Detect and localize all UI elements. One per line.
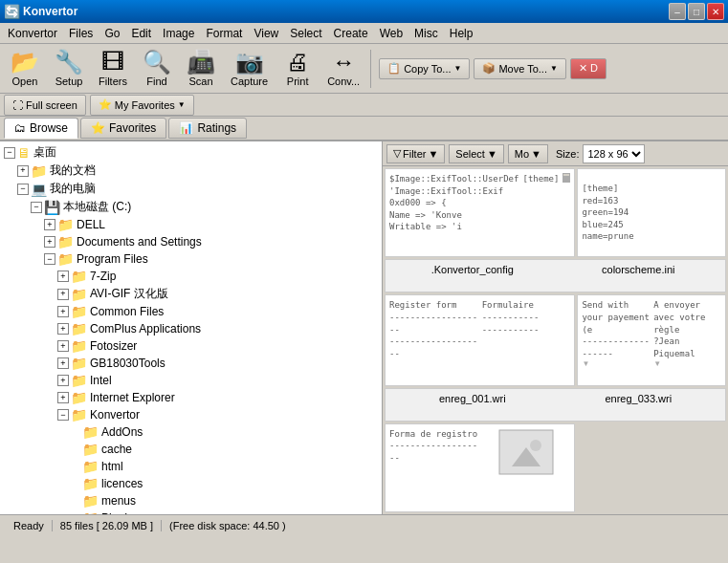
folder-icon: 📁 bbox=[82, 442, 99, 457]
filename-row[interactable]: .Konvertor_configcolorscheme.ini bbox=[385, 259, 726, 292]
thumbnail-4[interactable]: Register form---------------------------… bbox=[385, 294, 575, 385]
menu-item-go[interactable]: Go bbox=[99, 25, 125, 42]
tree-item-html[interactable]: 📁html bbox=[2, 458, 380, 475]
right-toolbar: ▽ Filter ▼ Select ▼ Mo ▼ Size: 128 x 96 bbox=[383, 141, 728, 166]
tree-toggle[interactable]: + bbox=[44, 219, 55, 230]
tree-item-dell[interactable]: +📁DELL bbox=[2, 216, 380, 233]
find-button[interactable]: 🔍 Find bbox=[136, 48, 178, 90]
tree-toggle[interactable]: + bbox=[57, 289, 69, 300]
thumbnail-7[interactable]: Forma de registro------------------- bbox=[385, 423, 575, 512]
tree-item-mycomputer[interactable]: −💻我的电脑 bbox=[2, 180, 380, 198]
tree-toggle[interactable]: + bbox=[57, 323, 69, 335]
tree-item-gb18030[interactable]: +📁GB18030Tools bbox=[2, 355, 380, 372]
tree-toggle[interactable]: + bbox=[57, 306, 69, 317]
tree-toggle[interactable]: − bbox=[57, 409, 69, 421]
menu-item-select[interactable]: Select bbox=[284, 25, 327, 42]
conv-button[interactable]: ↔ Conv... bbox=[320, 48, 366, 90]
tree-toggle[interactable]: + bbox=[57, 271, 69, 282]
tree-toggle[interactable]: + bbox=[57, 375, 69, 386]
tree-item-avigif[interactable]: +📁AVI-GIF 汉化版 bbox=[2, 285, 380, 303]
tree-toggle[interactable]: − bbox=[31, 202, 42, 213]
menu-item-edit[interactable]: Edit bbox=[125, 25, 157, 42]
tree-toggle[interactable]: + bbox=[57, 392, 69, 403]
tree-toggle[interactable]: − bbox=[44, 253, 55, 265]
tree-item-konvertor[interactable]: −📁Konvertor bbox=[2, 406, 380, 423]
setup-button[interactable]: 🔧 Setup bbox=[48, 48, 90, 90]
tree-item-drive-c[interactable]: −💾本地磁盘 (C:) bbox=[2, 198, 380, 216]
tree-item-mydocs[interactable]: +📁我的文档 bbox=[2, 162, 380, 180]
folder-icon: 📁 bbox=[31, 163, 47, 179]
tree-item-licences[interactable]: 📁licences bbox=[2, 475, 380, 492]
tab-favorites[interactable]: ⭐ Favorites bbox=[80, 118, 166, 139]
open-button[interactable]: 📂 Open bbox=[4, 48, 46, 90]
status-disk: (Free disk space: 44.50 ) bbox=[162, 520, 294, 531]
folder-icon: 📁 bbox=[71, 390, 87, 405]
tree-item-complus[interactable]: +📁ComPlus Applications bbox=[2, 320, 380, 337]
tree-toggle[interactable]: − bbox=[17, 184, 29, 195]
size-select[interactable]: 128 x 96 bbox=[583, 144, 645, 163]
tree-item-7zip[interactable]: +📁7-Zip bbox=[2, 268, 380, 285]
folder-icon: 💾 bbox=[44, 200, 60, 215]
tree-toggle[interactable]: + bbox=[44, 236, 55, 248]
browse-icon: 🗂 bbox=[14, 121, 26, 135]
copy-to-button[interactable]: 📋 Copy To... ▼ bbox=[379, 58, 470, 79]
full-screen-button[interactable]: ⛶ Full screen bbox=[4, 95, 86, 116]
my-favorites-button[interactable]: ⭐ My Favorites ▼ bbox=[90, 95, 194, 116]
tree-toggle[interactable]: + bbox=[57, 340, 69, 352]
tree-item-fotosizer[interactable]: +📁Fotosizer bbox=[2, 337, 380, 355]
maximize-button[interactable]: □ bbox=[688, 3, 705, 20]
menu-item-create[interactable]: Create bbox=[328, 25, 374, 42]
tree-toggle[interactable]: − bbox=[4, 147, 15, 159]
thumbnail-5[interactable]: Send with your payement (e--------------… bbox=[577, 294, 726, 385]
thumbnail-1[interactable]: $Image::ExifTool::UserDef'Image::ExifToo… bbox=[385, 168, 575, 257]
delete-button[interactable]: ✕ D bbox=[570, 58, 607, 79]
filters-button[interactable]: 🎞 Filters bbox=[92, 48, 134, 90]
toolbar: 📂 Open 🔧 Setup 🎞 Filters 🔍 Find 📠 Scan 📷… bbox=[0, 44, 728, 94]
menu-item-web[interactable]: Web bbox=[374, 25, 408, 42]
menu-item-image[interactable]: Image bbox=[157, 25, 200, 42]
tree-item-intel[interactable]: +📁Intel bbox=[2, 372, 380, 389]
menu-item-help[interactable]: Help bbox=[444, 25, 479, 42]
minimize-button[interactable]: – bbox=[669, 3, 686, 20]
svg-point-2 bbox=[530, 440, 541, 451]
print-button[interactable]: 🖨 Print bbox=[276, 48, 319, 90]
menu-item-konvertor[interactable]: Konvertor bbox=[2, 25, 63, 42]
thumb-code-line: name=prune bbox=[582, 230, 633, 243]
menu-item-misc[interactable]: Misc bbox=[408, 25, 444, 42]
tree-item-progfiles[interactable]: −📁Program Files bbox=[2, 250, 380, 268]
move-to-button[interactable]: 📦 Move To... ▼ bbox=[474, 58, 565, 79]
forma-right-image bbox=[482, 428, 571, 476]
folder-icon: 📁 bbox=[82, 476, 99, 491]
tree-item-commonfiles[interactable]: +📁Common Files bbox=[2, 303, 380, 320]
tree-label: 我的电脑 bbox=[50, 181, 96, 197]
tree-toggle[interactable]: + bbox=[57, 357, 69, 369]
wri-filename-row[interactable]: enreg_001.wrienreg_033.wri bbox=[385, 388, 726, 422]
tree-label: 桌面 bbox=[33, 144, 56, 161]
tree-item-iexplorer[interactable]: +📁Internet Explorer bbox=[2, 389, 380, 406]
conv-icon: ↔ bbox=[332, 51, 355, 74]
tree-item-docssettings[interactable]: +📁Documents and Settings bbox=[2, 233, 380, 250]
select-button[interactable]: Select ▼ bbox=[449, 144, 503, 163]
capture-button[interactable]: 📷 Capture bbox=[224, 48, 275, 90]
thumbnail-2[interactable]: [theme]red=163green=194blue=245name=prun… bbox=[577, 168, 726, 257]
menu-item-files[interactable]: Files bbox=[63, 25, 99, 42]
tree-label: Intel bbox=[90, 374, 112, 387]
form-left: Register form---------------------------… bbox=[389, 299, 478, 359]
scan-button[interactable]: 📠 Scan bbox=[180, 48, 222, 90]
menu-item-view[interactable]: View bbox=[248, 25, 284, 42]
tree-item-desktop[interactable]: −🖥桌面 bbox=[2, 143, 380, 162]
tree-item-cache[interactable]: 📁cache bbox=[2, 441, 380, 458]
tree-item-menus[interactable]: 📁menus bbox=[2, 492, 380, 509]
tree-toggle[interactable]: + bbox=[17, 165, 29, 177]
open-icon: 📂 bbox=[11, 51, 39, 74]
tree-item-addons[interactable]: 📁AddOns bbox=[2, 423, 380, 441]
close-button[interactable]: ✕ bbox=[707, 3, 724, 20]
tree-item-plugins[interactable]: 📁PlugIns bbox=[2, 509, 380, 514]
tree-label: ComPlus Applications bbox=[90, 322, 201, 336]
tab-ratings[interactable]: 📊 Ratings bbox=[168, 118, 247, 139]
filter-button[interactable]: ▽ Filter ▼ bbox=[386, 144, 445, 163]
tab-browse[interactable]: 🗂 Browse bbox=[4, 118, 78, 139]
menu-item-format[interactable]: Format bbox=[200, 25, 248, 42]
left-wri-filename: enreg_001.wri bbox=[393, 393, 552, 417]
mode-button[interactable]: Mo ▼ bbox=[508, 144, 548, 163]
